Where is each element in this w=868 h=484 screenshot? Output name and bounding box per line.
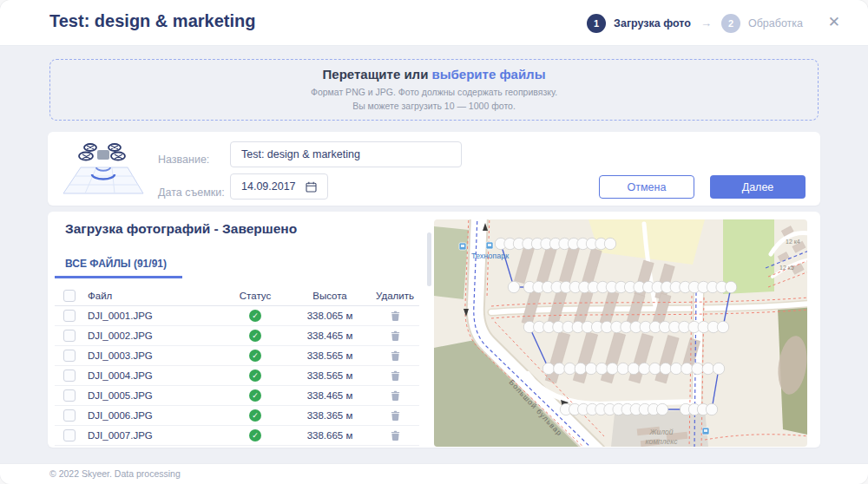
row-checkbox[interactable] — [63, 429, 76, 441]
file-name: DJI_0006.JPG — [84, 410, 228, 421]
status-ok-icon: ✓ — [249, 429, 261, 441]
dropzone-hint: Формат PNG и JPG. Фото должны содержать … — [311, 86, 557, 112]
status-ok-icon: ✓ — [249, 389, 261, 402]
photo-map[interactable]: Технопарк Большой бульвар Жилой комплекс… — [434, 219, 807, 447]
table-row: DJI_0006.JPG ✓ 338.365 м — [55, 406, 419, 426]
choose-files-link[interactable]: выберите файлы — [432, 67, 546, 82]
trash-icon[interactable] — [391, 430, 400, 441]
upload-dialog-window: Test: design & marketing 1 Загрузка фото… — [0, 0, 868, 484]
dropzone-hint-line2: Вы можете загрузить 10 — 1000 фото. — [311, 100, 557, 113]
status-ok-icon: ✓ — [249, 409, 261, 422]
step-1-badge: 1 — [587, 14, 606, 33]
table-scrollbar[interactable] — [427, 232, 431, 286]
file-height: 338.565 м — [282, 350, 378, 361]
dropzone-hint-line1: Формат PNG и JPG. Фото должны содержать … — [311, 86, 557, 99]
project-form-card: Название: Test: design & marketing Дата … — [48, 132, 820, 206]
step-1-label: Загрузка фото — [614, 17, 691, 29]
map-label-complex-1: Жилой — [649, 428, 674, 436]
select-all-checkbox[interactable] — [63, 290, 76, 302]
upload-status-heading: Загрузка фотографий - Завершено — [65, 221, 297, 237]
file-height: 338.365 м — [282, 410, 378, 421]
col-file: Файл — [84, 291, 228, 301]
file-height: 338.465 м — [282, 390, 378, 401]
trash-icon[interactable] — [391, 370, 400, 382]
trash-icon[interactable] — [391, 311, 400, 322]
map-label-complex-2: комплекс — [646, 437, 679, 446]
file-height: 338.065 м — [282, 311, 378, 321]
col-status: Статус — [228, 291, 282, 301]
file-name: DJI_0001.JPG — [84, 311, 228, 321]
col-delete: Удалить — [378, 291, 412, 301]
name-label: Название: — [158, 154, 209, 166]
step-2-badge: 2 — [721, 14, 740, 33]
top-bar: Test: design & marketing 1 Загрузка фото… — [0, 0, 868, 46]
date-value: 14.09.2017 — [241, 180, 296, 193]
file-name: DJI_0007.JPG — [84, 430, 228, 441]
wizard-steps: 1 Загрузка фото → 2 Обработка — [587, 0, 803, 46]
row-checkbox[interactable] — [63, 310, 76, 322]
calendar-icon[interactable] — [306, 181, 317, 193]
step-2-label: Обработка — [748, 17, 803, 29]
files-table: Файл Статус Высота Удалить DJI_0001.JPG … — [55, 286, 419, 446]
cancel-button[interactable]: Отмена — [599, 175, 694, 199]
file-name: DJI_0003.JPG — [84, 350, 228, 361]
status-ok-icon: ✓ — [249, 330, 261, 342]
drone-icon — [60, 141, 147, 200]
footer: © 2022 Skyeer. Data processing — [0, 463, 868, 484]
table-row: DJI_0007.JPG ✓ 338.665 м — [55, 426, 419, 446]
copyright-text: © 2022 Skyeer. Data processing — [49, 468, 181, 479]
file-height: 338.465 м — [282, 330, 378, 341]
col-height: Высота — [282, 291, 378, 301]
close-icon[interactable]: ✕ — [828, 15, 840, 29]
name-input[interactable]: Test: design & marketing — [230, 141, 462, 167]
map-label-station: Технопарк — [471, 252, 509, 260]
next-button[interactable]: Далее — [710, 175, 806, 199]
file-height: 338.565 м — [282, 370, 378, 381]
row-checkbox[interactable] — [63, 350, 76, 362]
trash-icon[interactable] — [391, 390, 400, 402]
dropzone-title: Перетащите или выберите файлы — [323, 67, 546, 82]
table-row: DJI_0001.JPG ✓ 338.065 м — [55, 306, 419, 326]
map-label-building2: 12 к5 — [779, 265, 794, 271]
row-checkbox[interactable] — [63, 370, 76, 382]
file-name: DJI_0004.JPG — [84, 370, 228, 381]
trash-icon[interactable] — [391, 330, 400, 342]
status-ok-icon: ✓ — [249, 350, 261, 362]
table-row: DJI_0002.JPG ✓ 338.465 м — [55, 326, 419, 346]
file-name: DJI_0005.JPG — [84, 390, 228, 401]
status-ok-icon: ✓ — [249, 370, 261, 382]
trash-icon[interactable] — [391, 350, 400, 362]
file-dropzone[interactable]: Перетащите или выберите файлы Формат PNG… — [49, 59, 819, 121]
date-input[interactable]: 14.09.2017 — [230, 173, 328, 199]
upload-results-card: Загрузка фотографий - Завершено ВСЕ ФАЙЛ… — [48, 212, 820, 448]
table-row: DJI_0004.JPG ✓ 338.565 м — [55, 366, 419, 386]
status-ok-icon: ✓ — [249, 310, 261, 322]
table-row: DJI_0003.JPG ✓ 338.565 м — [55, 346, 419, 366]
page-title: Test: design & marketing — [49, 11, 255, 31]
date-label: Дата съемки: — [158, 186, 225, 199]
table-body: DJI_0001.JPG ✓ 338.065 м DJI_0002.JPG ✓ … — [55, 306, 419, 446]
row-checkbox[interactable] — [63, 330, 76, 342]
tab-all-files[interactable]: ВСЕ ФАЙЛЫ (91/91) — [55, 258, 182, 278]
trash-icon[interactable] — [391, 410, 400, 422]
file-name: DJI_0002.JPG — [84, 330, 228, 341]
dropzone-title-text: Перетащите или — [323, 67, 432, 82]
row-checkbox[interactable] — [63, 409, 76, 422]
map-label-building1: 12 к4 — [786, 239, 800, 245]
step-arrow-icon: → — [700, 16, 712, 29]
table-header-row: Файл Статус Высота Удалить — [55, 286, 419, 306]
file-height: 338.665 м — [282, 430, 378, 441]
row-checkbox[interactable] — [63, 389, 76, 402]
table-row: DJI_0005.JPG ✓ 338.465 м — [55, 386, 419, 406]
